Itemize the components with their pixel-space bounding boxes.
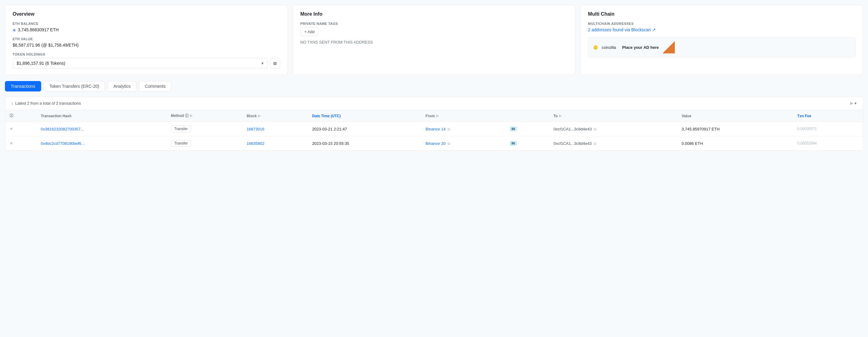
- row2-eye: 👁: [5, 136, 36, 151]
- table-row: 👁 0x4bc2cd7708190bef6... Transfer 168358…: [5, 136, 863, 151]
- token-holdings-row: $1,896,157.91 (6 Tokens) ▾ ⊟: [12, 58, 280, 68]
- method-badge: Transfer: [171, 140, 191, 147]
- from-address-link[interactable]: Binance 14: [426, 127, 446, 131]
- row1-value: 3,745.85970917 ETH: [677, 122, 793, 136]
- row2-method: Transfer: [166, 136, 242, 151]
- filter-button[interactable]: ⊳ ▾: [850, 101, 857, 106]
- row2-datetime: 2023-03-15 20:55:35: [308, 136, 421, 151]
- row1-method: Transfer: [166, 122, 242, 136]
- tabs-row: Transactions Token Transfers (ERC-20) An…: [5, 81, 863, 92]
- token-select-dropdown[interactable]: $1,896,157.91 (6 Tokens) ▾: [12, 58, 268, 68]
- more-info-title: More Info: [300, 11, 568, 17]
- table-summary: ↕ Latest 2 from a total of 2 transaction…: [11, 101, 81, 106]
- eth-icon: ◈: [12, 27, 16, 32]
- to-address: 0xcf1CA1...3c8d4e43: [554, 127, 592, 131]
- row2-value: 0.0086 ETH: [677, 136, 793, 151]
- copy-icon[interactable]: ⧉: [447, 127, 450, 131]
- row1-from: Binance 14 ⧉: [422, 122, 504, 136]
- col-tx-hash: Transaction Hash: [36, 110, 166, 122]
- in-badge: IN: [510, 127, 517, 131]
- transactions-table-section: ↕ Latest 2 from a total of 2 transaction…: [5, 96, 863, 151]
- multi-chain-title: Multi Chain: [588, 11, 856, 17]
- row2-tx-hash: 0x4bc2cd7708190bef6...: [36, 136, 166, 151]
- transactions-table: ⓘ Transaction Hash Method ⓘ ⊳ Block ⊳ Da…: [5, 110, 863, 150]
- add-tag-button[interactable]: + Add: [300, 27, 319, 36]
- ad-text: Place your AD here: [622, 45, 659, 50]
- row1-fee: 0.00035571: [793, 122, 863, 136]
- filter-icon: ⊳: [850, 101, 853, 106]
- col-txn-fee: Txn Fee: [793, 110, 863, 122]
- method-info-icon: ⓘ: [185, 113, 189, 118]
- row1-eye: 👁: [5, 122, 36, 136]
- col-value: Value: [677, 110, 793, 122]
- to-address: 0xcf1CA1...3c8d4e43: [554, 141, 592, 146]
- block-filter-icon[interactable]: ⊳: [258, 114, 261, 118]
- row2-fee: 0.00052984: [793, 136, 863, 151]
- copy-icon[interactable]: ⧉: [594, 141, 596, 146]
- eth-balance-value: ◈ 3,745.86830917 ETH: [12, 27, 280, 32]
- row1-tx-hash: 0x3816232082700357...: [36, 122, 166, 136]
- block-link[interactable]: 16873016: [247, 127, 265, 131]
- copy-icon[interactable]: ⧉: [447, 141, 450, 146]
- method-filter-icon[interactable]: ⊳: [189, 113, 193, 118]
- tx-hash-link[interactable]: 0x3816232082700357...: [41, 127, 84, 131]
- method-badge: Transfer: [171, 126, 191, 132]
- row1-datetime: 2023-03-21 2:21:47: [308, 122, 421, 136]
- token-icon-button[interactable]: ⊟: [270, 58, 280, 68]
- table-header-bar: ↕ Latest 2 from a total of 2 transaction…: [5, 97, 863, 110]
- row2-from: Binance 20 ⧉: [422, 136, 504, 151]
- col-to: To ⊳: [549, 110, 677, 122]
- ad-brand: coinzilla: [602, 45, 616, 50]
- overview-card: Overview ETH BALANCE ◈ 3,745.86830917 ET…: [5, 5, 288, 75]
- ad-banner: 🪙 coinzilla Place your AD here: [588, 37, 856, 57]
- external-link-icon: ↗: [652, 27, 656, 32]
- sort-icon: ↕: [11, 101, 13, 106]
- multi-chain-card: Multi Chain MULTICHAIN ADDRESSES 2 addre…: [580, 5, 863, 75]
- table-header-row: ⓘ Transaction Hash Method ⓘ ⊳ Block ⊳ Da…: [5, 110, 863, 122]
- eye-icon[interactable]: 👁: [9, 141, 13, 146]
- tab-token-transfers[interactable]: Token Transfers (ERC-20): [43, 81, 105, 92]
- tx-hash-link[interactable]: 0x4bc2cd7708190bef6...: [41, 141, 85, 146]
- ad-triangle-decoration: [662, 41, 675, 54]
- row1-to: 0xcf1CA1...3c8d4e43 ⧉: [549, 122, 677, 136]
- col-from: From ⊳: [422, 110, 504, 122]
- no-txns-text: NO TXNS SENT FROM THIS ADDRESS: [300, 40, 568, 44]
- eth-value-value: $6,587,071.96 (@ $1,758.49/ETH): [12, 43, 280, 47]
- from-address-link[interactable]: Binance 20: [426, 141, 446, 146]
- multichain-label: MULTICHAIN ADDRESSES: [588, 22, 856, 26]
- chevron-down-icon: ▾: [855, 101, 857, 106]
- to-filter-icon[interactable]: ⊳: [559, 114, 562, 118]
- col-datetime: Date Time (UTC): [308, 110, 421, 122]
- col-method: Method ⓘ ⊳: [166, 110, 242, 122]
- more-info-card: More Info PRIVATE NAME TAGS + Add NO TXN…: [293, 5, 576, 75]
- coinzilla-icon: 🪙: [593, 45, 598, 50]
- col-block: Block ⊳: [242, 110, 308, 122]
- overview-title: Overview: [12, 11, 280, 17]
- table-row: 👁 0x3816232082700357... Transfer 1687301…: [5, 122, 863, 136]
- info-icon: ⓘ: [9, 113, 13, 118]
- multichain-link[interactable]: 2 addresses found via Blockscan ↗: [588, 27, 856, 32]
- col-eye: ⓘ: [5, 110, 36, 122]
- row2-to: 0xcf1CA1...3c8d4e43 ⧉: [549, 136, 677, 151]
- col-direction: [504, 110, 550, 122]
- wallet-icon: ⊟: [273, 61, 277, 66]
- chevron-down-icon: ▾: [261, 61, 264, 66]
- tab-comments[interactable]: Comments: [139, 81, 172, 92]
- token-holdings-label: TOKEN HOLDINGS: [12, 53, 280, 56]
- eth-balance-label: ETH BALANCE: [12, 22, 280, 26]
- row2-block: 16835802: [242, 136, 308, 151]
- tab-transactions[interactable]: Transactions: [5, 81, 41, 92]
- from-filter-icon[interactable]: ⊳: [436, 114, 439, 118]
- copy-icon[interactable]: ⧉: [594, 127, 596, 131]
- block-link[interactable]: 16835802: [247, 141, 265, 146]
- tab-analytics[interactable]: Analytics: [107, 81, 136, 92]
- eye-icon[interactable]: 👁: [9, 127, 13, 131]
- row2-direction: IN: [504, 136, 550, 151]
- eth-value-label: ETH VALUE: [12, 37, 280, 41]
- private-name-tags-label: PRIVATE NAME TAGS: [300, 22, 568, 26]
- row1-block: 16873016: [242, 122, 308, 136]
- in-badge: IN: [510, 141, 517, 146]
- row1-direction: IN: [504, 122, 550, 136]
